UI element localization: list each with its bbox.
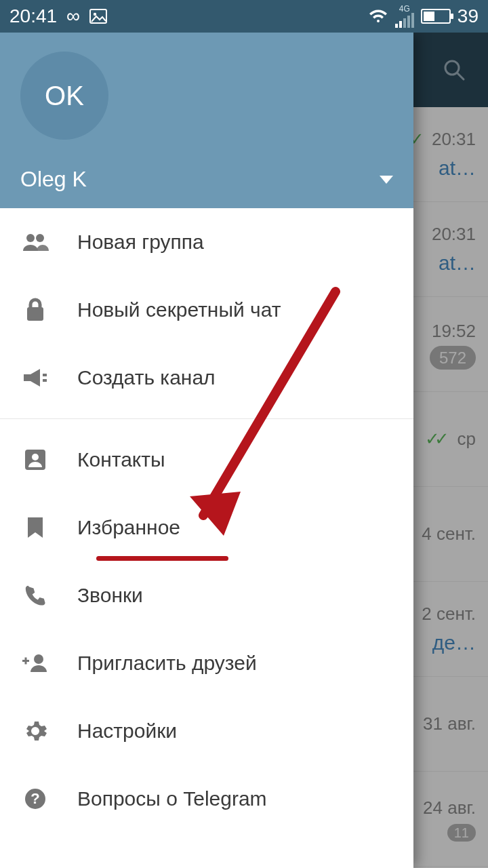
wifi-icon <box>368 9 388 24</box>
menu-secret-chat[interactable]: Новый секретный чат <box>0 276 413 344</box>
group-icon <box>20 232 50 252</box>
menu-label: Избранное <box>77 516 180 539</box>
account-name: Oleg K <box>20 167 87 192</box>
menu-label: Пригласить друзей <box>77 652 257 675</box>
screen: 20:41 ∞ 4G 39 <box>0 0 488 868</box>
lock-icon <box>20 298 50 322</box>
network-type: 4G <box>399 5 410 13</box>
status-bar: 20:41 ∞ 4G 39 <box>0 0 488 33</box>
gear-icon <box>20 719 50 743</box>
status-time: 20:41 <box>9 5 57 27</box>
menu-calls[interactable]: Звонки <box>0 561 413 629</box>
svg-rect-6 <box>27 307 43 321</box>
chevron-down-icon <box>380 176 393 184</box>
megaphone-icon <box>20 368 50 388</box>
menu-label: Вопросы о Telegram <box>77 787 267 810</box>
menu-faq[interactable]: ? Вопросы о Telegram <box>0 765 413 833</box>
menu-label: Звонки <box>77 584 143 607</box>
svg-text:?: ? <box>30 790 39 807</box>
annotation-underline <box>96 556 228 561</box>
menu-contacts[interactable]: Контакты <box>0 426 413 494</box>
menu-invite-friends[interactable]: Пригласить друзей <box>0 629 413 697</box>
menu-label: Новая группа <box>77 231 204 254</box>
svg-rect-8 <box>43 379 47 382</box>
menu-new-channel[interactable]: Создать канал <box>0 344 413 412</box>
avatar[interactable]: OK <box>20 52 108 140</box>
contact-icon <box>20 448 50 471</box>
add-user-icon <box>20 653 50 673</box>
menu-divider <box>0 418 413 419</box>
help-icon: ? <box>20 787 50 810</box>
menu-label: Новый секретный чат <box>77 298 281 321</box>
signal-icon <box>395 13 414 28</box>
battery-icon <box>421 9 451 24</box>
phone-icon <box>20 585 50 606</box>
svg-point-11 <box>34 654 43 664</box>
svg-rect-7 <box>43 374 47 376</box>
bookmark-icon <box>20 516 50 539</box>
menu-new-group[interactable]: Новая группа <box>0 208 413 276</box>
svg-point-5 <box>36 234 44 242</box>
svg-point-1 <box>94 13 96 16</box>
svg-rect-13 <box>25 658 27 665</box>
picture-icon <box>89 9 107 24</box>
navigation-drawer: OK Oleg K Новая группа Новый секретный ч… <box>0 33 413 868</box>
drawer-menu: Новая группа Новый секретный чат Создать… <box>0 208 413 868</box>
battery-percent: 39 <box>458 5 479 27</box>
menu-label: Настройки <box>77 719 177 743</box>
svg-point-10 <box>32 454 39 460</box>
svg-point-4 <box>26 234 35 242</box>
account-switcher[interactable]: Oleg K <box>20 167 393 192</box>
menu-label: Создать канал <box>77 366 216 389</box>
status-left: 20:41 ∞ <box>9 5 107 27</box>
menu-settings[interactable]: Настройки <box>0 697 413 765</box>
menu-saved-messages[interactable]: Избранное <box>0 494 413 561</box>
drawer-header: OK Oleg K <box>0 33 413 208</box>
menu-label: Контакты <box>77 448 165 471</box>
avatar-initials: OK <box>45 81 84 111</box>
infinity-icon: ∞ <box>66 5 80 27</box>
status-right: 4G 39 <box>368 5 479 28</box>
